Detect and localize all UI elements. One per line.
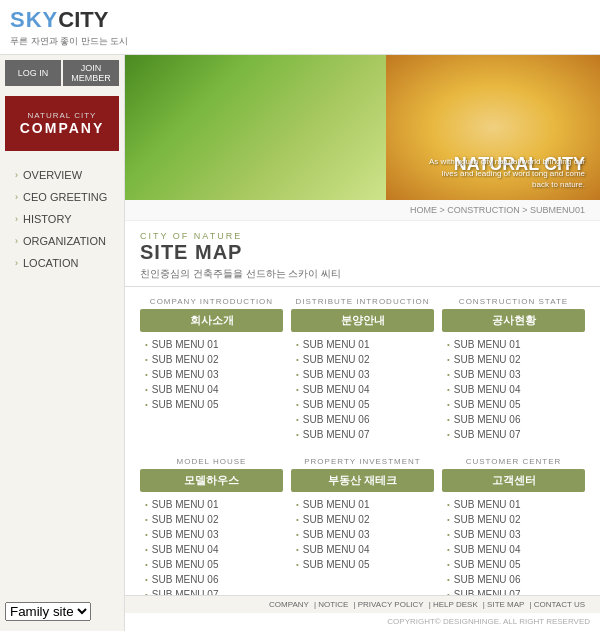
list-item[interactable]: SUB MENU 01 — [296, 337, 429, 352]
footer-link-helpdesk[interactable]: HELP DESK — [429, 600, 478, 609]
sidebar-login-area: LOG IN JOIN MEMBER — [0, 55, 124, 91]
page-label: CITY OF NATURE — [140, 231, 585, 241]
section-header-modelhouse[interactable]: 모델하우스 — [140, 469, 283, 492]
list-item[interactable]: SUB MENU 06 — [447, 412, 580, 427]
page-description: 친인중심의 건축주들을 선드하는 스카이 씨티 — [140, 267, 585, 281]
chevron-icon: › — [15, 170, 18, 180]
list-item[interactable]: SUB MENU 04 — [447, 382, 580, 397]
footer-link-notice[interactable]: NOTICE — [314, 600, 349, 609]
sidebar: LOG IN JOIN MEMBER NATURAL CITY COMPANY … — [0, 55, 125, 631]
footer-link-sitemap[interactable]: SITE MAP — [483, 600, 525, 609]
section-header-property[interactable]: 부동산 재테크 — [291, 469, 434, 492]
section-label-property: PROPERTY INVESTMENT — [291, 457, 434, 466]
list-item[interactable]: SUB MENU 03 — [447, 367, 580, 382]
list-item[interactable]: SUB MENU 04 — [447, 542, 580, 557]
section-label-customer: CUSTOMER CENTER — [442, 457, 585, 466]
chevron-icon: › — [15, 192, 18, 202]
sidebar-menu: › OVERVIEW › CEO GREETING › HISTORY › OR… — [0, 156, 124, 282]
sidebar-banner-title: COMPANY — [20, 120, 105, 136]
hero-flower-bg — [125, 55, 410, 200]
list-item[interactable]: SUB MENU 07 — [296, 427, 429, 442]
list-item[interactable]: SUB MENU 02 — [145, 352, 278, 367]
list-item[interactable]: SUB MENU 06 — [145, 572, 278, 587]
list-item[interactable]: SUB MENU 02 — [447, 352, 580, 367]
section-label-company: COMPANY INTRODUCTION — [140, 297, 283, 306]
section-header-customer[interactable]: 고객센터 — [442, 469, 585, 492]
list-item[interactable]: SUB MENU 02 — [145, 512, 278, 527]
list-item[interactable]: SUB MENU 03 — [296, 527, 429, 542]
list-item[interactable]: SUB MENU 06 — [447, 572, 580, 587]
section-modelhouse: MODEL HOUSE 모델하우스 SUB MENU 01 SUB MENU 0… — [140, 457, 283, 617]
section-construction: CONSTRUCTION STATE 공사현황 SUB MENU 01 SUB … — [442, 297, 585, 442]
list-item[interactable]: SUB MENU 05 — [296, 557, 429, 572]
sitemap-grid: COMPANY INTRODUCTION 회사소개 SUB MENU 01 SU… — [125, 287, 600, 631]
hero-banner: NATURAL CITY As with you in city natural… — [125, 55, 600, 200]
list-item[interactable]: SUB MENU 02 — [447, 512, 580, 527]
sidebar-item-label: OVERVIEW — [23, 169, 82, 181]
page-title-area: CITY OF NATURE SITE MAP 친인중심의 건축주들을 선드하는… — [125, 221, 600, 287]
sidebar-item-organization[interactable]: › ORGANIZATION — [0, 230, 124, 252]
list-item[interactable]: SUB MENU 04 — [145, 542, 278, 557]
chevron-icon: › — [15, 236, 18, 246]
login-button[interactable]: LOG IN — [5, 60, 61, 86]
sidebar-item-overview[interactable]: › OVERVIEW — [0, 164, 124, 186]
join-button[interactable]: JOIN MEMBER — [63, 60, 119, 86]
list-item[interactable]: SUB MENU 05 — [447, 557, 580, 572]
section-label-distribute: DISTRIBUTE INTRODUCTION — [291, 297, 434, 306]
chevron-icon: › — [15, 258, 18, 268]
footer-link-company[interactable]: COMPANY — [269, 600, 309, 609]
sidebar-banner: NATURAL CITY COMPANY — [5, 96, 119, 151]
sitemap-row-2: MODEL HOUSE 모델하우스 SUB MENU 01 SUB MENU 0… — [140, 457, 585, 617]
sidebar-item-label: LOCATION — [23, 257, 78, 269]
list-item[interactable]: SUB MENU 01 — [145, 497, 278, 512]
family-site-area: Family site — [5, 602, 120, 621]
list-item[interactable]: SUB MENU 01 — [447, 497, 580, 512]
list-item[interactable]: SUB MENU 04 — [296, 382, 429, 397]
sidebar-item-ceo[interactable]: › CEO GREETING — [0, 186, 124, 208]
sidebar-item-label: HISTORY — [23, 213, 72, 225]
hero-description: As with you in city natural world bringi… — [425, 156, 585, 190]
section-list-distribute: SUB MENU 01 SUB MENU 02 SUB MENU 03 SUB … — [291, 337, 434, 442]
section-header-construction[interactable]: 공사현황 — [442, 309, 585, 332]
list-item[interactable]: SUB MENU 06 — [296, 412, 429, 427]
logo-sky: SKY — [10, 7, 58, 32]
section-company: COMPANY INTRODUCTION 회사소개 SUB MENU 01 SU… — [140, 297, 283, 442]
list-item[interactable]: SUB MENU 01 — [447, 337, 580, 352]
section-label-modelhouse: MODEL HOUSE — [140, 457, 283, 466]
family-site-select[interactable]: Family site — [5, 602, 91, 621]
list-item[interactable]: SUB MENU 03 — [145, 527, 278, 542]
main-content: NATURAL CITY As with you in city natural… — [125, 55, 600, 631]
list-item[interactable]: SUB MENU 04 — [145, 382, 278, 397]
list-item[interactable]: SUB MENU 03 — [145, 367, 278, 382]
sidebar-item-location[interactable]: › LOCATION — [0, 252, 124, 274]
section-list-company: SUB MENU 01 SUB MENU 02 SUB MENU 03 SUB … — [140, 337, 283, 412]
section-list-construction: SUB MENU 01 SUB MENU 02 SUB MENU 03 SUB … — [442, 337, 585, 442]
header: SKYCITY 푸른 자연과 좋이 만드는 도시 — [0, 0, 600, 55]
list-item[interactable]: SUB MENU 01 — [296, 497, 429, 512]
sidebar-item-label: CEO GREETING — [23, 191, 107, 203]
list-item[interactable]: SUB MENU 02 — [296, 512, 429, 527]
section-header-distribute[interactable]: 분양안내 — [291, 309, 434, 332]
sidebar-item-history[interactable]: › HISTORY — [0, 208, 124, 230]
list-item[interactable]: SUB MENU 02 — [296, 352, 429, 367]
section-header-company[interactable]: 회사소개 — [140, 309, 283, 332]
footer-link-contact[interactable]: CONTACT US — [529, 600, 585, 609]
list-item[interactable]: SUB MENU 05 — [145, 397, 278, 412]
section-customer: CUSTOMER CENTER 고객센터 SUB MENU 01 SUB MEN… — [442, 457, 585, 617]
logo-city: CITY — [58, 7, 108, 32]
list-item[interactable]: SUB MENU 04 — [296, 542, 429, 557]
breadcrumb: HOME > CONSTRUCTION > SUBMENU01 — [125, 200, 600, 221]
list-item[interactable]: SUB MENU 03 — [447, 527, 580, 542]
logo: SKYCITY 푸른 자연과 좋이 만드는 도시 — [10, 7, 128, 48]
logo-tagline: 푸른 자연과 좋이 만드는 도시 — [10, 35, 128, 48]
list-item[interactable]: SUB MENU 05 — [447, 397, 580, 412]
sidebar-banner-sub: NATURAL CITY — [28, 111, 97, 120]
footer-link-privacy[interactable]: PRIVACY POLICY — [353, 600, 423, 609]
list-item[interactable]: SUB MENU 05 — [296, 397, 429, 412]
list-item[interactable]: SUB MENU 01 — [145, 337, 278, 352]
list-item[interactable]: SUB MENU 07 — [447, 427, 580, 442]
list-item[interactable]: SUB MENU 05 — [145, 557, 278, 572]
section-list-property: SUB MENU 01 SUB MENU 02 SUB MENU 03 SUB … — [291, 497, 434, 572]
page-title: SITE MAP — [140, 241, 585, 264]
list-item[interactable]: SUB MENU 03 — [296, 367, 429, 382]
